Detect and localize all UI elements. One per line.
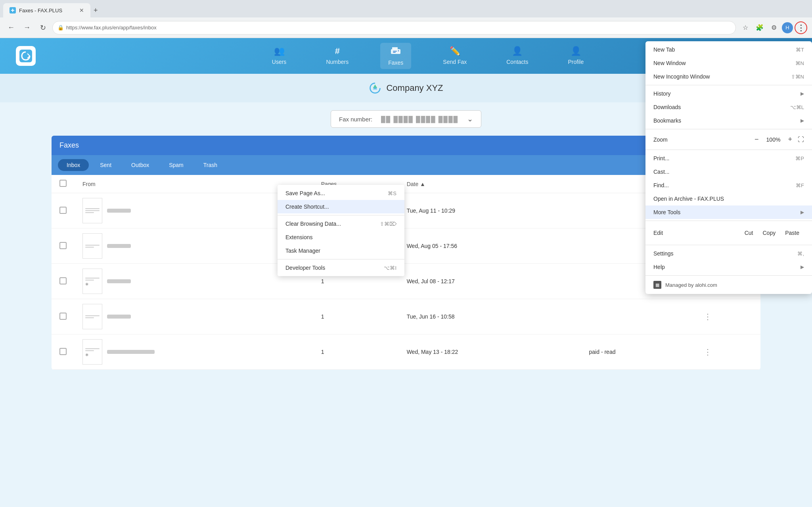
menu-new-tab[interactable]: New Tab ⌘T [645, 43, 812, 56]
menu-managed-by: ▦ Managed by alohi.com [645, 277, 812, 292]
star-button[interactable]: ☆ [739, 21, 752, 34]
menu-open-archive-label: Open in Archive - FAX.PLUS [653, 196, 804, 202]
row-checkbox[interactable] [59, 313, 67, 320]
row-menu-button[interactable]: ⋮ [704, 312, 712, 321]
url-text: https://www.fax.plus/en/app/faxes/inbox [66, 25, 157, 31]
fax-thumbnail[interactable] [82, 304, 102, 329]
submenu-clear-browsing-shortcut: ⇧⌘⌦ [380, 221, 396, 227]
zoom-control: − 100% + ⛶ [752, 134, 804, 144]
col-checkbox [52, 175, 75, 193]
fax-thumbnail[interactable]: ✱ [82, 269, 102, 294]
reload-button[interactable]: ↻ [36, 21, 49, 34]
submenu-save-page-label: Save Page As... [285, 190, 325, 196]
svg-rect-4 [393, 51, 397, 52]
submenu-clear-browsing[interactable]: Clear Browsing Data... ⇧⌘⌦ [278, 217, 404, 230]
fax-thumbnail[interactable] [82, 233, 102, 259]
contacts-icon: 👤 [512, 46, 523, 56]
nav-item-profile[interactable]: 👤 Profile [560, 43, 592, 69]
nav-label-profile: Profile [568, 59, 584, 65]
menu-new-incognito[interactable]: New Incognito Window ⇧⌘N [645, 70, 812, 83]
row-status [581, 299, 696, 334]
row-date: Tue, Jun 16 - 10:58 [399, 299, 581, 334]
nav-item-contacts[interactable]: 👤 Contacts [498, 43, 536, 69]
submenu-task-manager[interactable]: Task Manager [278, 244, 404, 257]
row-checkbox[interactable] [59, 242, 67, 249]
menu-new-window-shortcut: ⌘N [795, 60, 804, 66]
cut-button[interactable]: Cut [740, 226, 758, 240]
menu-downloads-label: Downloads [653, 104, 790, 110]
menu-help-label: Help [653, 264, 801, 270]
browser-controls: ← → ↻ 🔒 https://www.fax.plus/en/app/faxe… [0, 17, 812, 38]
tab-inbox[interactable]: Inbox [58, 159, 89, 171]
menu-open-archive[interactable]: Open in Archive - FAX.PLUS [645, 192, 812, 205]
from-blurred [107, 209, 131, 213]
paste-button[interactable]: Paste [780, 226, 804, 240]
tab-sent[interactable]: Sent [91, 159, 120, 171]
row-checkbox[interactable] [59, 207, 67, 214]
col-date: Date ▲ [399, 175, 581, 193]
menu-settings[interactable]: Settings ⌘, [645, 247, 812, 260]
browser-tab-active[interactable]: Faxes - FAX.PLUS ✕ [3, 3, 90, 17]
row-menu-button[interactable]: ⋮ [704, 347, 712, 357]
row-pages: 1 [313, 334, 399, 370]
nav-item-numbers[interactable]: # Numbers [318, 43, 356, 69]
new-tab-button[interactable]: + [90, 5, 101, 16]
menu-find[interactable]: Find... ⌘F [645, 179, 812, 192]
tab-bar: Faxes - FAX.PLUS ✕ + [0, 0, 812, 17]
extension-button[interactable]: 🧩 [753, 21, 766, 34]
row-checkbox[interactable] [59, 348, 67, 355]
zoom-fullscreen-button[interactable]: ⛶ [798, 136, 804, 143]
menu-new-window[interactable]: New Window ⌘N [645, 56, 812, 70]
nav-item-users[interactable]: 👥 Users [264, 43, 295, 69]
menu-help[interactable]: Help ▶ [645, 260, 812, 274]
back-button[interactable]: ← [5, 21, 17, 34]
menu-print-shortcut: ⌘P [795, 156, 804, 161]
tab-trash[interactable]: Trash [195, 159, 226, 171]
menu-settings-label: Settings [653, 250, 797, 257]
row-checkbox[interactable] [59, 277, 67, 284]
faxes-title: Faxes [59, 141, 79, 149]
tab-close-button[interactable]: ✕ [79, 7, 84, 13]
nav-item-send-fax[interactable]: ✏️ Send Fax [435, 43, 475, 69]
menu-more-tools[interactable]: More Tools ▶ [645, 205, 812, 219]
row-date: Wed, Aug 05 - 17:56 [399, 229, 581, 264]
menu-find-label: Find... [653, 182, 796, 188]
submenu-save-page[interactable]: Save Page As... ⌘S [278, 186, 404, 200]
submenu-developer-tools-label: Developer Tools [285, 265, 325, 271]
browser-icons: ☆ 🧩 ⚙ H ⋮ [739, 21, 807, 34]
menu-downloads-shortcut: ⌥⌘L [790, 104, 804, 110]
menu-button[interactable]: ⋮ [795, 21, 807, 34]
forward-button[interactable]: → [21, 21, 33, 34]
from-blurred [107, 279, 131, 283]
address-bar[interactable]: 🔒 https://www.fax.plus/en/app/faxes/inbo… [52, 21, 736, 35]
users-icon: 👥 [274, 46, 285, 56]
menu-new-incognito-shortcut: ⇧⌘N [791, 74, 804, 80]
menu-bookmarks[interactable]: Bookmarks ▶ [645, 114, 812, 127]
zoom-increase-button[interactable]: + [785, 134, 795, 144]
tab-spam[interactable]: Spam [160, 159, 192, 171]
menu-zoom-row: Zoom − 100% + ⛶ [645, 131, 812, 148]
zoom-decrease-button[interactable]: − [752, 134, 761, 144]
row-pages: 1 [313, 299, 399, 334]
nav-item-faxes[interactable]: Faxes [380, 43, 411, 69]
profile-button[interactable]: H [782, 22, 793, 33]
row-preview-cell: ✱ [75, 334, 313, 370]
submenu-clear-browsing-label: Clear Browsing Data... [285, 221, 341, 227]
fax-selector[interactable]: Fax number: ██ ████ ████ ████ ⌄ [331, 110, 481, 128]
copy-button[interactable]: Copy [758, 226, 781, 240]
submenu-developer-tools[interactable]: Developer Tools ⌥⌘I [278, 261, 404, 275]
submenu-extensions[interactable]: Extensions [278, 230, 404, 244]
menu-print[interactable]: Print... ⌘P [645, 152, 812, 165]
menu-bookmarks-label: Bookmarks [653, 117, 801, 124]
menu-downloads[interactable]: Downloads ⌥⌘L [645, 100, 812, 114]
select-all-checkbox[interactable] [59, 180, 67, 187]
submenu-create-shortcut[interactable]: Create Shortcut... [278, 200, 404, 213]
fax-thumbnail[interactable] [82, 198, 102, 223]
puzzle-button[interactable]: ⚙ [768, 21, 780, 34]
fax-thumbnail[interactable]: ✱ [82, 339, 102, 365]
menu-cast[interactable]: Cast... [645, 165, 812, 179]
menu-history[interactable]: History ▶ [645, 87, 812, 100]
menu-new-incognito-label: New Incognito Window [653, 73, 791, 80]
more-tools-submenu: Save Page As... ⌘S Create Shortcut... Cl… [278, 185, 404, 276]
tab-outbox[interactable]: Outbox [123, 159, 158, 171]
